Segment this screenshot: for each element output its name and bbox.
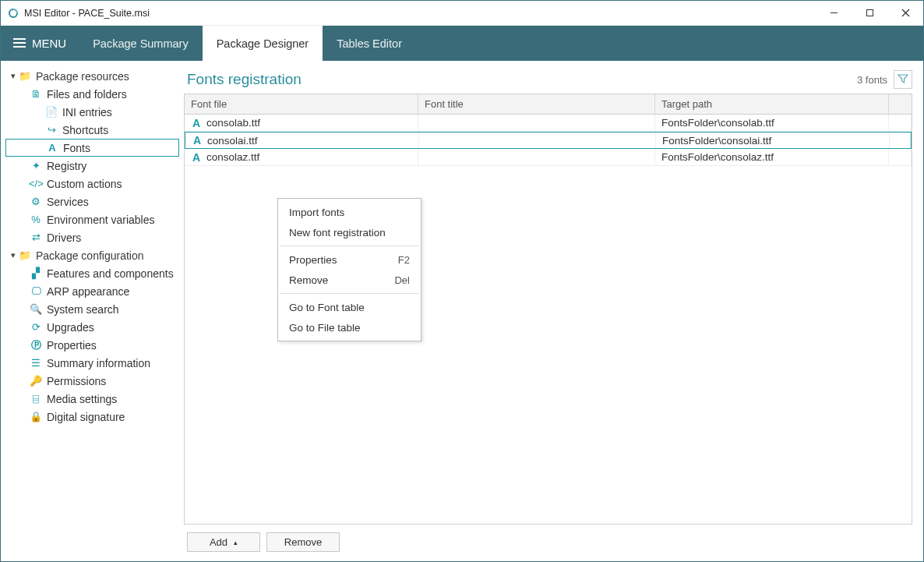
close-button[interactable]	[887, 1, 923, 25]
table-row[interactable]: Aconsolaz.ttf FontsFolder\consolaz.ttf	[185, 149, 912, 166]
sidebar-item-label: Drivers	[47, 232, 81, 244]
sidebar-item-drivers[interactable]: ⇄ Drivers	[5, 228, 179, 246]
menu-item-remove[interactable]: Remove Del	[278, 270, 421, 290]
sidebar-item-digital-signature[interactable]: 🔒 Digital signature	[5, 408, 179, 426]
sidebar-item-permissions[interactable]: 🔑 Permissions	[5, 372, 179, 390]
sidebar-item-label: Digital signature	[47, 411, 125, 423]
sidebar-item-features-and-components[interactable]: ▞ Features and components	[5, 264, 179, 282]
cell-font-file: consolab.ttf	[206, 117, 260, 129]
sidebar-item-arp-appearance[interactable]: 🖵 ARP appearance	[5, 282, 179, 300]
menu-item-shortcut: F2	[398, 254, 410, 266]
sidebar-item-label: ARP appearance	[47, 285, 129, 298]
tab-package-summary[interactable]: Package Summary	[79, 26, 203, 61]
table-row[interactable]: Aconsolab.ttf FontsFolder\consolab.ttf	[185, 115, 912, 132]
sidebar-group-package-configuration[interactable]: ▾ 📁 Package configuration	[5, 246, 179, 264]
context-menu: Import fonts New font registration Prope…	[277, 198, 421, 341]
column-header-end	[889, 94, 912, 114]
menu-item-go-to-file-table[interactable]: Go to File table	[278, 317, 421, 338]
sidebar-item-ini-entries[interactable]: 📄 INI entries	[5, 103, 179, 121]
sidebar-item-system-search[interactable]: 🔍 System search	[5, 300, 179, 318]
minimize-button[interactable]	[816, 1, 852, 25]
tab-package-designer[interactable]: Package Designer	[203, 26, 323, 61]
column-header-font-title[interactable]: Font title	[418, 94, 655, 114]
gear-icon: ⚙	[29, 196, 43, 207]
column-header-target-path[interactable]: Target path	[655, 94, 889, 114]
menubar: MENU Package Summary Package Designer Ta…	[1, 26, 923, 61]
maximize-button[interactable]	[852, 1, 887, 25]
filter-button[interactable]	[894, 70, 912, 89]
drive-icon: ⌸	[29, 393, 43, 405]
tab-label: Package Designer	[217, 37, 309, 50]
font-a-icon: A	[191, 151, 202, 164]
svg-rect-2	[866, 10, 873, 16]
window-title: MSI Editor - PACE_Suite.msi	[24, 8, 816, 19]
menu-button[interactable]: MENU	[1, 26, 79, 61]
cell-target-path: FontsFolder\consolab.ttf	[661, 117, 774, 129]
folder-icon: 📁	[18, 70, 32, 82]
swap-icon: ⇄	[29, 232, 43, 243]
sidebar-item-shortcuts[interactable]: ↪ Shortcuts	[5, 121, 179, 139]
tab-tables-editor[interactable]: Tables Editor	[323, 26, 416, 61]
p-icon: Ⓟ	[29, 338, 43, 352]
sidebar-item-label: Custom actions	[47, 178, 122, 190]
sidebar-item-files-and-folders[interactable]: 🗎 Files and folders	[5, 85, 179, 103]
sidebar-item-label: Upgrades	[47, 321, 94, 334]
sidebar-item-label: Properties	[47, 339, 97, 352]
sidebar-item-label: Shortcuts	[62, 124, 108, 136]
table-header: Font file Font title Target path	[185, 94, 912, 115]
ini-icon: 📄	[44, 106, 58, 118]
menu-item-new-font-registration[interactable]: New font registration	[278, 222, 421, 242]
font-icon: A	[45, 142, 59, 154]
key-icon: 🔑	[29, 375, 43, 387]
tab-label: Tables Editor	[337, 37, 402, 50]
cell-font-file: consolai.ttf	[207, 135, 258, 147]
cell-font-file: consolaz.ttf	[206, 151, 259, 163]
hamburger-icon	[13, 37, 26, 50]
sidebar-item-registry[interactable]: ✦ Registry	[5, 157, 179, 175]
menu-separator	[280, 293, 419, 294]
sidebar-item-label: Summary information	[47, 357, 150, 369]
sidebar-item-media-settings[interactable]: ⌸ Media settings	[5, 390, 179, 408]
remove-label: Remove	[284, 536, 322, 548]
caret-down-icon: ▾	[9, 250, 18, 260]
column-header-font-file[interactable]: Font file	[185, 94, 418, 114]
menu-item-import-fonts[interactable]: Import fonts	[278, 202, 421, 222]
add-label: Add	[210, 536, 227, 548]
menu-item-properties[interactable]: Properties F2	[278, 249, 421, 270]
menu-item-go-to-font-table[interactable]: Go to Font table	[278, 297, 421, 317]
font-a-icon: A	[191, 117, 202, 129]
tab-label: Package Summary	[93, 37, 189, 50]
sidebar-item-environment-variables[interactable]: % Environment variables	[5, 210, 179, 228]
sidebar-item-label: Media settings	[47, 393, 117, 405]
app-icon	[7, 7, 19, 19]
sidebar-item-summary-information[interactable]: ☰ Summary information	[5, 354, 179, 372]
sidebar-item-label: Permissions	[47, 375, 106, 387]
menu-item-label: New font registration	[289, 227, 386, 239]
lines-icon: ☰	[29, 357, 43, 369]
search-icon: 🔍	[29, 303, 43, 315]
lock-icon: 🔒	[29, 411, 43, 422]
sidebar-item-label: Files and folders	[47, 88, 127, 101]
sidebar-item-fonts[interactable]: A Fonts	[5, 139, 179, 157]
caret-up-icon: ▴	[234, 539, 238, 546]
sidebar-item-services[interactable]: ⚙ Services	[5, 193, 179, 210]
menu-item-label: Import fonts	[289, 207, 344, 218]
menu-separator	[280, 246, 419, 246]
sidebar-item-properties[interactable]: Ⓟ Properties	[5, 336, 179, 354]
sidebar-item-upgrades[interactable]: ⟳ Upgrades	[5, 318, 179, 336]
sidebar-item-custom-actions[interactable]: </> Custom actions	[5, 175, 179, 193]
sidebar-group-package-resources[interactable]: ▾ 📁 Package resources	[5, 67, 179, 85]
file-icon: 🗎	[29, 88, 43, 100]
menu-item-label: Properties	[289, 254, 337, 266]
sidebar-item-label: Services	[47, 196, 89, 208]
puzzle-icon: ▞	[29, 267, 43, 279]
menu-item-shortcut: Del	[394, 274, 410, 286]
add-button[interactable]: Add ▴	[187, 532, 260, 552]
cell-target-path: FontsFolder\consolai.ttf	[662, 135, 771, 147]
count-text: 3 fonts	[857, 74, 887, 86]
folder-icon: 📁	[18, 249, 32, 261]
sidebar-group-label: Package resources	[36, 70, 129, 83]
remove-button[interactable]: Remove	[266, 532, 340, 552]
table-row[interactable]: Aconsolai.ttf FontsFolder\consolai.ttf	[185, 132, 912, 149]
panel-header: Fonts registration 3 fonts	[184, 69, 912, 94]
